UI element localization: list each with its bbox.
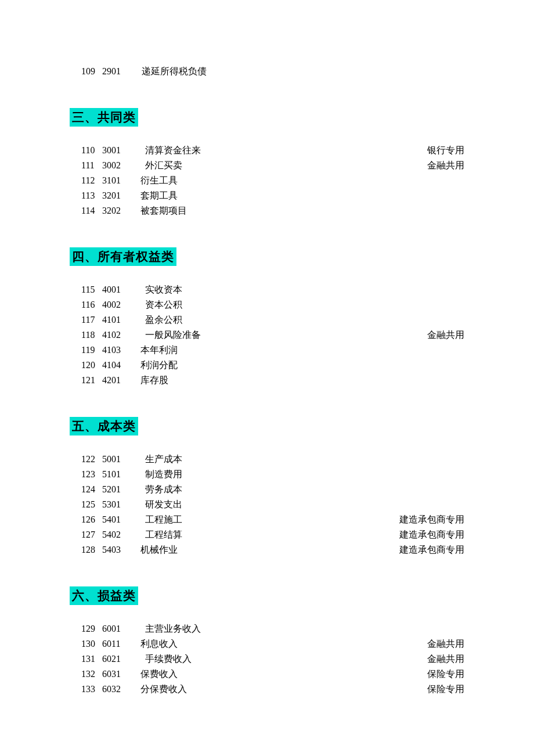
row-seq: 123 [70, 467, 102, 482]
table-row: 1154001实收资本 [70, 282, 464, 297]
row-note: 金融共用 [383, 636, 464, 651]
row-seq: 118 [70, 327, 102, 343]
row-code: 4102 [102, 327, 139, 343]
row-seq: 116 [70, 297, 102, 312]
table-row: 1265401工程施工建造承包商专用 [70, 512, 464, 527]
row-name: 利息收入 [139, 636, 383, 651]
row-name: 被套期项目 [139, 203, 383, 218]
table-row: 1123101衍生工具 [70, 173, 464, 188]
table-row: 1255301研发支出 [70, 497, 464, 512]
row-seq: 124 [70, 482, 102, 497]
table-row: 1275402工程结算建造承包商专用 [70, 527, 464, 542]
table-row: 1326031保费收入保险专用 [70, 667, 464, 682]
row-name: 工程施工 [139, 512, 383, 527]
row-seq: 120 [70, 358, 102, 373]
row-seq: 113 [70, 188, 102, 203]
row-seq: 126 [70, 512, 102, 527]
section-block: 1103001清算资金往来银行专用1113002外汇买卖金融共用1123101衍… [70, 143, 464, 218]
table-row: 1164002资本公积 [70, 297, 464, 312]
row-name: 制造费用 [139, 467, 383, 482]
row-code: 4104 [102, 358, 139, 373]
row-seq: 133 [70, 682, 102, 697]
row-code: 3101 [102, 173, 139, 188]
row-name: 资本公积 [139, 297, 383, 312]
table-row: 1214201库存股 [70, 373, 464, 388]
row-code: 6032 [102, 682, 139, 697]
row-seq: 128 [70, 542, 102, 557]
row-name: 机械作业 [139, 542, 383, 557]
section-heading: 三、共同类 [70, 108, 138, 127]
row-code: 5403 [102, 542, 139, 557]
row-seq: 119 [70, 343, 102, 358]
table-row: 1336032分保费收入保险专用 [70, 682, 464, 697]
row-note: 金融共用 [383, 327, 464, 343]
row-code: 4001 [102, 282, 139, 297]
row-seq: 117 [70, 312, 102, 327]
row-seq: 110 [70, 143, 102, 158]
row-name: 分保费收入 [139, 682, 383, 697]
row-note: 建造承包商专用 [383, 512, 464, 527]
section-block: 1154001实收资本1164002资本公积1174101盈余公积1184102… [70, 282, 464, 388]
row-name: 研发支出 [139, 497, 383, 512]
row-code: 3201 [102, 188, 139, 203]
section-heading: 五、成本类 [70, 417, 138, 435]
row-code: 4002 [102, 297, 139, 312]
row-seq: 127 [70, 527, 102, 542]
table-row: 1316021手续费收入金融共用 [70, 651, 464, 667]
row-code: 6021 [102, 651, 139, 667]
row-name: 清算资金往来 [139, 143, 383, 158]
row-code: 5301 [102, 497, 139, 512]
table-row: 1285403机械作业建造承包商专用 [70, 542, 464, 557]
row-code: 3202 [102, 203, 139, 218]
row-code: 3002 [102, 158, 139, 173]
row-name: 保费收入 [139, 667, 383, 682]
table-row: 1245201劳务成本 [70, 482, 464, 497]
row-code: 4201 [102, 373, 139, 388]
row-note: 银行专用 [383, 143, 464, 158]
section-block: 1296001主营业务收入1306011利息收入金融共用1316021手续费收入… [70, 621, 464, 697]
row-name: 利润分配 [139, 358, 383, 373]
row-code: 5401 [102, 512, 139, 527]
row-name: 衍生工具 [139, 173, 383, 188]
row-name: 工程结算 [139, 527, 383, 542]
row-note: 保险专用 [383, 667, 464, 682]
row-name: 手续费收入 [139, 651, 383, 667]
row-code: 5101 [102, 467, 139, 482]
row-name: 库存股 [139, 373, 383, 388]
row-name: 递延所得税负债 [139, 64, 383, 79]
row-name: 外汇买卖 [139, 158, 383, 173]
table-row: 1204104利润分配 [70, 358, 464, 373]
table-row: 1296001主营业务收入 [70, 621, 464, 636]
table-row: 1174101盈余公积 [70, 312, 464, 327]
row-seq: 125 [70, 497, 102, 512]
row-note: 保险专用 [383, 682, 464, 697]
row-seq: 111 [70, 158, 102, 173]
row-seq: 112 [70, 173, 102, 188]
row-code: 3001 [102, 143, 139, 158]
row-code: 6031 [102, 667, 139, 682]
row-seq: 115 [70, 282, 102, 297]
row-seq: 131 [70, 651, 102, 667]
row-code: 4101 [102, 312, 139, 327]
row-code: 5402 [102, 527, 139, 542]
row-name: 实收资本 [139, 282, 383, 297]
table-row: 1225001生产成本 [70, 452, 464, 467]
row-seq: 114 [70, 203, 102, 218]
row-code: 5201 [102, 482, 139, 497]
row-name: 本年利润 [139, 343, 383, 358]
row-seq: 130 [70, 636, 102, 651]
row-seq: 109 [70, 64, 102, 79]
row-note: 金融共用 [383, 651, 464, 667]
row-note: 建造承包商专用 [383, 527, 464, 542]
row-note: 建造承包商专用 [383, 542, 464, 557]
row-name: 套期工具 [139, 188, 383, 203]
table-row: 1133201套期工具 [70, 188, 464, 203]
top-rows: 1092901递延所得税负债 [70, 64, 464, 79]
table-row: 1194103本年利润 [70, 343, 464, 358]
table-row: 1143202被套期项目 [70, 203, 464, 218]
row-name: 生产成本 [139, 452, 383, 467]
table-row: 1113002外汇买卖金融共用 [70, 158, 464, 173]
document-page: 1092901递延所得税负债 三、共同类1103001清算资金往来银行专用111… [0, 0, 534, 735]
table-row: 1184102一般风险准备金融共用 [70, 327, 464, 343]
table-row: 1235101制造费用 [70, 467, 464, 482]
